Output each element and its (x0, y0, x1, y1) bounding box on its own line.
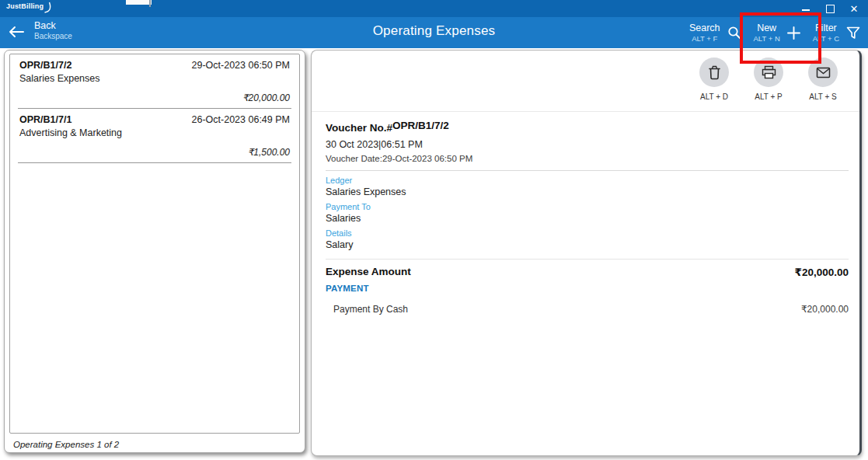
trash-icon (708, 65, 721, 80)
voucher-date: Voucher Date:29-Oct-2023 06:50 PM (326, 154, 849, 163)
voucher-ledger: Salaries Expenses (19, 73, 290, 84)
back-arrow-icon (8, 26, 25, 38)
voucher-number-value: OPR/B1/7/2 (392, 120, 449, 131)
payment-method: Payment By Cash (326, 304, 408, 315)
minimize-icon[interactable] (801, 3, 810, 14)
send-shortcut: ALT + S (796, 92, 850, 101)
envelope-icon (816, 67, 831, 78)
expense-amount-label: Expense Amount (326, 266, 411, 278)
payment-amount: ₹20,000.00 (801, 304, 849, 315)
ledger-label: Ledger (326, 176, 849, 185)
delete-button[interactable]: ALT + D (687, 57, 741, 101)
detail-action-buttons: ALT + D ALT + P ALT + S (687, 57, 850, 101)
maximize-icon[interactable] (825, 3, 835, 14)
voucher-amount: ₹1,500.00 (19, 147, 290, 160)
voucher-number-label: Voucher No.# (326, 122, 392, 134)
back-button[interactable]: Back Backspace (8, 19, 72, 41)
print-button[interactable]: ALT + P (741, 57, 796, 101)
search-icon (727, 26, 741, 40)
new-shortcut: ALT + N (754, 34, 780, 44)
voucher-list-panel: OPR/B1/7/2 29-Oct-2023 06:50 PM Salaries… (4, 50, 305, 453)
voucher-list-item[interactable]: OPR/B1/7/1 26-Oct-2023 06:49 PM Advertis… (18, 109, 291, 163)
new-button[interactable]: New ALT + N (754, 23, 800, 44)
expense-amount-value: ₹20,000.00 (795, 266, 849, 278)
created-datetime: 30 Oct 2023|06:51 PM (326, 139, 849, 150)
voucher-datetime: 26-Oct-2023 06:49 PM (192, 114, 290, 125)
app-logo-text: JustBilling (6, 2, 44, 10)
print-shortcut: ALT + P (741, 92, 796, 101)
divider (326, 170, 849, 171)
send-email-button[interactable]: ALT + S (796, 57, 850, 101)
voucher-amount: ₹20,000.00 (19, 92, 290, 106)
back-shortcut: Backspace (34, 32, 72, 41)
app-logo: JustBilling (6, 2, 52, 13)
back-label: Back (34, 19, 72, 32)
search-label: Search (689, 23, 720, 34)
header: Operating Expenses Back Backspace Search… (0, 17, 868, 48)
voucher-detail: Voucher No.#OPR/B1/7/2 30 Oct 2023|06:51… (326, 120, 849, 315)
logo-swoosh-icon (44, 2, 52, 13)
payment-section-label: PAYMENT (326, 284, 849, 293)
search-button[interactable]: Search ALT + F (689, 23, 741, 44)
filter-icon (846, 26, 860, 40)
background-notch (126, 0, 152, 5)
search-shortcut: ALT + F (692, 34, 717, 44)
filter-shortcut: ALT + C (813, 34, 839, 44)
details-value: Salary (326, 239, 849, 250)
filter-button[interactable]: Filter ALT + C (813, 23, 860, 44)
payment-to-label: Payment To (326, 202, 849, 211)
payment-row: Payment By Cash ₹20,000.00 (326, 304, 849, 315)
printer-icon (762, 65, 776, 79)
ledger-value: Salaries Expenses (326, 186, 849, 197)
divider (326, 259, 849, 260)
section-divider (312, 111, 859, 112)
voucher-number-line: Voucher No.#OPR/B1/7/2 (326, 122, 849, 134)
voucher-detail-panel: ALT + D ALT + P ALT + S (311, 50, 862, 456)
voucher-list[interactable]: OPR/B1/7/2 29-Oct-2023 06:50 PM Salaries… (9, 54, 300, 434)
details-label: Details (326, 228, 849, 238)
close-icon[interactable]: ✕ (849, 3, 859, 14)
header-actions: Search ALT + F New ALT + N Filter ALT + … (689, 17, 860, 48)
voucher-ledger: Advertising & Marketing (19, 127, 290, 138)
filter-label: Filter (815, 23, 837, 34)
new-label: New (757, 23, 776, 34)
payment-to-value: Salaries (326, 213, 849, 224)
voucher-id: OPR/B1/7/2 (19, 60, 71, 71)
voucher-list-item[interactable]: OPR/B1/7/2 29-Oct-2023 06:50 PM Salaries… (18, 54, 291, 109)
voucher-id: OPR/B1/7/1 (19, 114, 71, 125)
pagination-status: Operating Expenses 1 of 2 (13, 440, 119, 449)
background-window-edge (149, 0, 151, 7)
voucher-datetime: 29-Oct-2023 06:50 PM (192, 60, 290, 71)
plus-icon (787, 26, 800, 40)
window-controls: ✕ (801, 0, 859, 17)
delete-shortcut: ALT + D (687, 92, 741, 101)
expense-amount-row: Expense Amount ₹20,000.00 (326, 266, 849, 278)
